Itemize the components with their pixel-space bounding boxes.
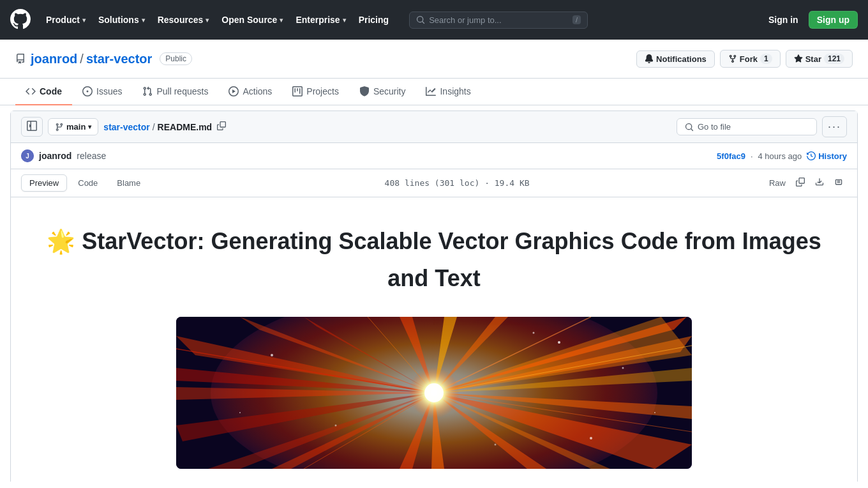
nav-solutions-label: Solutions — [98, 15, 139, 25]
nav-solutions[interactable]: Solutions ▾ — [93, 11, 150, 29]
svg-point-34 — [558, 341, 560, 344]
code-tabs: Preview Code Blame — [21, 174, 149, 192]
nav-product-chevron: ▾ — [82, 17, 86, 24]
search-shortcut: / — [572, 15, 581, 24]
file-panel: main ▾ star-vector / README.md — [10, 111, 858, 482]
tab-insights[interactable]: Insights — [415, 79, 481, 105]
tab-code-view[interactable]: Code — [70, 174, 106, 192]
nav-open-source[interactable]: Open Source ▾ — [216, 11, 288, 29]
file-path-repo-link[interactable]: star-vector — [103, 122, 149, 132]
signin-button[interactable]: Sign in — [763, 11, 804, 28]
fork-label: Fork — [740, 54, 758, 64]
outline-button[interactable] — [830, 175, 847, 191]
tab-blame[interactable]: Blame — [108, 174, 149, 192]
nav-enterprise-label: Enterprise — [296, 15, 340, 25]
star-icon — [794, 54, 803, 63]
raw-button[interactable]: Raw — [765, 176, 789, 190]
svg-point-35 — [622, 367, 624, 369]
tab-pr-label: Pull requests — [156, 86, 208, 96]
branch-icon — [55, 123, 64, 132]
copy-path-button[interactable] — [214, 120, 228, 133]
starburst-svg — [176, 317, 692, 469]
history-icon — [807, 151, 816, 160]
nav-open-source-label: Open Source — [221, 15, 277, 25]
notifications-button[interactable]: Notifications — [636, 50, 715, 68]
search-container[interactable]: Search or jump to... / — [409, 11, 588, 29]
branch-selector[interactable]: main ▾ — [48, 118, 98, 135]
repo-visibility-badge: Public — [160, 52, 192, 65]
tab-issues[interactable]: Issues — [72, 79, 132, 105]
commit-info-left: J joanrod release — [21, 149, 106, 162]
history-link[interactable]: History — [807, 151, 847, 161]
branch-chevron: ▾ — [88, 123, 91, 130]
tab-code-label: Code — [40, 86, 62, 96]
svg-point-41 — [654, 412, 655, 413]
copy-raw-button[interactable] — [792, 175, 809, 191]
actions-icon — [228, 86, 239, 96]
nav-resources-label: Resources — [158, 15, 204, 25]
readme-title: 🌟 StarVector: Generating Scalable Vector… — [36, 223, 832, 296]
svg-point-36 — [271, 354, 273, 356]
branch-name: main — [66, 122, 86, 132]
repo-actions: Notifications Fork 1 Star 121 — [636, 50, 853, 68]
nav-product-label: Product — [46, 15, 80, 25]
download-button[interactable] — [811, 175, 828, 191]
notifications-label: Notifications — [656, 54, 707, 64]
svg-point-39 — [239, 412, 241, 413]
commit-message: release — [77, 151, 106, 161]
commit-author[interactable]: joanrod — [39, 151, 71, 161]
sidebar-toggle-button[interactable] — [21, 117, 43, 137]
file-path-sep: / — [153, 122, 155, 132]
repo-tabs: Code Issues Pull requests Actions Projec… — [0, 79, 868, 105]
go-to-file-container[interactable]: Go to file — [677, 118, 817, 135]
avatar: J — [21, 149, 34, 162]
file-path-filename: README.md — [158, 122, 213, 132]
star-count: 121 — [824, 54, 844, 64]
tab-code[interactable]: Code — [15, 79, 72, 105]
tab-security-label: Security — [373, 86, 406, 96]
code-actions: Raw — [765, 175, 847, 191]
fork-button[interactable]: Fork 1 — [720, 50, 781, 68]
nav-enterprise-chevron: ▾ — [343, 17, 346, 24]
commit-hash[interactable]: 5f0fac9 — [717, 151, 745, 161]
tab-actions[interactable]: Actions — [218, 79, 282, 105]
nav-resources[interactable]: Resources ▾ — [153, 11, 214, 29]
tab-pull-requests[interactable]: Pull requests — [132, 79, 218, 105]
tab-security[interactable]: Security — [349, 79, 416, 105]
insights-icon — [426, 86, 436, 96]
tab-actions-label: Actions — [243, 86, 272, 96]
history-label: History — [818, 151, 847, 161]
nav-product[interactable]: Product ▾ — [41, 11, 91, 29]
signup-button[interactable]: Sign up — [809, 11, 858, 29]
code-icon — [26, 86, 36, 96]
commit-time-ago: 4 hours ago — [758, 151, 802, 161]
github-logo[interactable] — [10, 9, 31, 31]
main-content: main ▾ star-vector / README.md — [0, 105, 868, 482]
commit-time-sep: · — [751, 151, 753, 161]
star-button[interactable]: Star 121 — [786, 50, 853, 68]
svg-point-33 — [431, 390, 437, 396]
search-icon — [416, 15, 425, 24]
search-box[interactable]: Search or jump to... / — [409, 11, 588, 29]
file-toolbar: main ▾ star-vector / README.md — [11, 111, 857, 143]
repo-name[interactable]: star-vector — [86, 52, 152, 66]
tab-projects[interactable]: Projects — [282, 79, 349, 105]
file-toolbar-left: main ▾ star-vector / README.md — [21, 117, 228, 137]
svg-point-38 — [590, 437, 592, 439]
tab-preview[interactable]: Preview — [21, 174, 67, 192]
fork-icon — [728, 54, 737, 63]
nav-pricing-label: Pricing — [359, 15, 389, 25]
repo-owner-link[interactable]: joanrod — [31, 52, 77, 66]
nav-pricing[interactable]: Pricing — [354, 11, 394, 29]
pr-icon — [142, 86, 153, 96]
more-options-button[interactable]: ··· — [822, 116, 847, 137]
star-label: Star — [805, 54, 821, 64]
security-icon — [359, 86, 370, 96]
repo-path-separator: / — [80, 52, 84, 66]
nav-enterprise[interactable]: Enterprise ▾ — [290, 11, 350, 29]
commit-bar: J joanrod release 5f0fac9 · 4 hours ago … — [11, 143, 857, 169]
download-icon — [815, 178, 824, 187]
fork-count: 1 — [760, 54, 772, 64]
readme-image-container — [36, 317, 832, 469]
outline-icon — [834, 178, 843, 187]
